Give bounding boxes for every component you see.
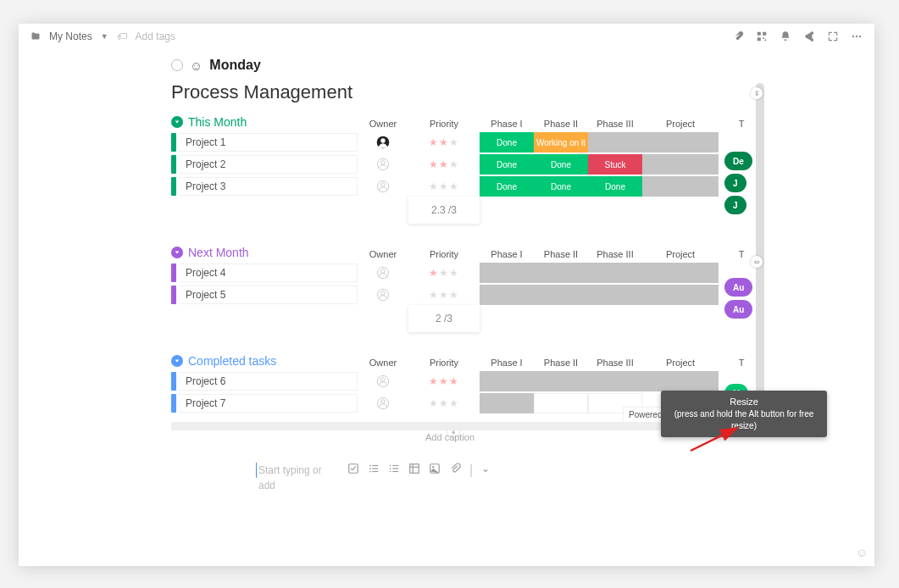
phase-cell[interactable] [588,132,642,153]
expand-icon[interactable] [827,31,839,42]
priority-summary: 2 /3 [408,305,480,332]
status-pill[interactable]: J [724,196,746,214]
priority-cell[interactable]: ★★★ [408,285,480,305]
column-header: Project [642,354,719,371]
priority-cell[interactable]: ★★★ [408,393,480,413]
section-toggle-icon[interactable] [171,355,183,367]
project-name[interactable]: Project 7 [179,394,358,413]
editor-input[interactable]: Start typing or add [256,463,337,478]
project-name[interactable]: Project 3 [179,177,358,196]
project-row[interactable]: Project 2 [171,154,358,175]
status-pill[interactable]: Au [724,300,752,319]
project-name[interactable]: Project 4 [179,263,358,282]
add-tags-link[interactable]: Add tags [136,31,175,42]
topbar-left: My Notes ▼ 🏷 Add tags [31,31,175,42]
project-name[interactable]: Project 1 [179,133,358,152]
folder-name[interactable]: My Notes [49,31,92,42]
phase-cell[interactable] [534,371,588,391]
checkbox-icon[interactable] [347,463,359,474]
phase-cell[interactable]: Working on it [534,132,588,153]
project-row[interactable]: Project 5 [171,285,358,305]
project-cell[interactable] [642,371,719,391]
chevron-down-icon-2[interactable]: ⌄ [481,463,493,474]
project-cell[interactable] [642,132,719,153]
owner-cell[interactable] [358,176,408,197]
owner-cell[interactable] [358,132,408,153]
status-pill[interactable]: J [724,174,746,192]
project-row[interactable]: Project 3 [171,176,358,197]
svg-rect-21 [372,468,378,469]
svg-point-20 [369,468,371,469]
column-header: Priority [408,246,480,263]
phase-cell[interactable]: Stuck [588,154,642,175]
priority-cell[interactable]: ★★★ [408,154,480,175]
svg-point-0 [852,36,854,37]
section-name[interactable]: Completed tasks [188,354,276,368]
phase-cell[interactable]: Done [480,176,534,197]
phase-cell[interactable]: Done [480,132,534,153]
phase-cell[interactable] [534,263,588,283]
attachment-icon-2[interactable] [449,463,461,474]
phase-cell[interactable] [534,393,588,413]
project-cell[interactable] [642,263,719,283]
owner-cell[interactable] [358,154,408,175]
phase-cell[interactable]: Done [534,154,588,175]
project-row[interactable]: Project 4 [171,263,358,283]
project-name[interactable]: Project 2 [179,155,358,174]
resize-handle-top[interactable]: ⇕ [751,87,763,99]
phase-cell[interactable] [480,393,534,413]
project-cell[interactable] [642,154,719,175]
section: This MonthProject 1Project 2Project 3Own… [171,115,764,224]
priority-cell[interactable]: ★★★ [408,132,480,153]
bullet-list-icon[interactable] [368,463,380,474]
project-row[interactable]: Project 7 [171,393,358,413]
more-icon[interactable] [851,31,863,42]
phase-cell[interactable] [588,263,642,283]
status-pill[interactable]: Au [724,278,752,297]
owner-cell[interactable] [358,371,408,391]
embed-status-icon [171,59,183,71]
chevron-down-icon[interactable]: ▼ [101,32,108,41]
share-icon[interactable] [803,31,815,42]
section-toggle-icon[interactable] [171,247,183,258]
phase-cell[interactable] [588,285,642,305]
footer-smiley-icon[interactable]: ☺ [856,546,868,559]
section-name[interactable]: Next Month [188,246,249,259]
phase-cell[interactable]: Done [588,176,642,197]
project-row[interactable]: Project 1 [171,132,358,153]
status-pill[interactable]: De [724,152,752,170]
phase-cell[interactable] [480,371,534,391]
priority-cell[interactable]: ★★★ [408,371,480,391]
owner-cell[interactable] [358,285,408,305]
column-header: Phase III [588,354,642,371]
priority-cell[interactable]: ★★★ [408,176,480,197]
section-toggle-icon[interactable] [171,116,183,128]
tag-icon[interactable]: 🏷 [117,31,127,42]
priority-cell[interactable]: ★★★ [408,263,480,283]
attachment-icon[interactable] [732,31,744,42]
column-header: Phase III [588,115,642,132]
image-icon[interactable] [429,463,441,474]
project-row[interactable]: Project 6 [171,371,358,391]
project-cell[interactable] [642,176,719,197]
phase-cell[interactable] [588,371,642,391]
owner-cell[interactable] [358,393,408,413]
project-name[interactable]: Project 6 [179,372,358,391]
caption-input[interactable]: Add caption [425,432,474,442]
qr-icon[interactable] [756,31,768,42]
owner-cell[interactable] [358,263,408,283]
phase-cell[interactable] [534,285,588,305]
project-name[interactable]: Project 5 [179,286,358,304]
project-cell[interactable] [642,285,719,305]
resize-handle-mid[interactable]: ⇔ [751,256,763,268]
numbered-list-icon[interactable] [388,463,400,474]
divider: | [469,463,473,478]
phase-cell[interactable]: Done [480,154,534,175]
phase-cell[interactable]: Done [534,176,588,197]
table-icon[interactable] [408,463,420,474]
section-name[interactable]: This Month [188,115,247,129]
bell-icon[interactable] [780,31,791,42]
phase-cell[interactable] [480,263,534,283]
phase-cell[interactable] [480,285,534,305]
svg-point-16 [381,400,386,404]
